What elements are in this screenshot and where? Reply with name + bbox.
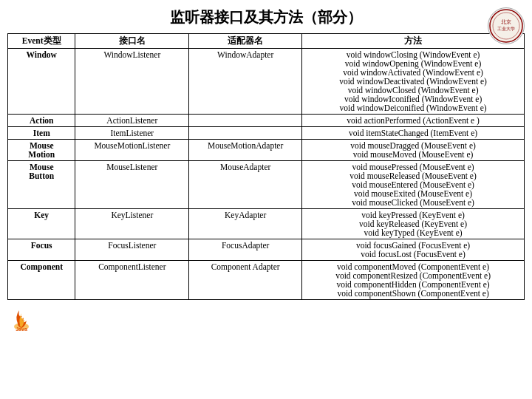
event-cell: MouseMotion — [8, 140, 75, 161]
table-row: ActionActionListenervoid actionPerformed… — [8, 115, 525, 127]
methods-cell: void componentMoved (ComponentEvent e)vo… — [302, 261, 525, 300]
java-flame-icon: Java — [7, 303, 35, 331]
event-cell: Action — [8, 115, 75, 127]
university-logo: 北京 工业大学 — [488, 7, 525, 44]
adapter-cell — [189, 127, 302, 140]
listener-cell: ItemListener — [75, 127, 189, 140]
methods-cell: void itemStateChanged (ItemEvent e) — [302, 127, 525, 140]
methods-cell: void keyPressed (KeyEvent e)void keyRele… — [302, 209, 525, 239]
methods-cell: void mouseDragged (MouseEvent e)void mou… — [302, 140, 525, 161]
java-logo-area: Java — [7, 303, 525, 331]
table-row: MouseButtonMouseListenerMouseAdaptervoid… — [8, 161, 525, 209]
event-cell: Item — [8, 127, 75, 140]
svg-text:Java: Java — [16, 327, 27, 331]
adapter-cell: KeyAdapter — [189, 209, 302, 239]
listener-cell: MouseListener — [75, 161, 189, 209]
event-cell: MouseButton — [8, 161, 75, 209]
listener-table: Event类型 接口名 适配器名 方法 WindowWindowListener… — [7, 33, 525, 300]
col-adapter: 适配器名 — [189, 34, 302, 49]
methods-cell: void mousePressed (MouseEvent e)void mou… — [302, 161, 525, 209]
svg-text:北京: 北京 — [501, 19, 511, 25]
svg-text:工业大学: 工业大学 — [497, 27, 515, 31]
adapter-cell: MouseAdapter — [189, 161, 302, 209]
adapter-cell: WindowAdapter — [189, 49, 302, 115]
listener-cell: ComponentListener — [75, 261, 189, 300]
methods-cell: void windowClosing (WindowEvent e)void w… — [302, 49, 525, 115]
event-cell: Focus — [8, 239, 75, 261]
table-row: KeyKeyListenerKeyAdaptervoid keyPressed … — [8, 209, 525, 239]
listener-cell: ActionListener — [75, 115, 189, 127]
adapter-cell: FocusAdapter — [189, 239, 302, 261]
col-event: Event类型 — [8, 34, 75, 49]
listener-cell: MouseMotionListener — [75, 140, 189, 161]
svg-point-0 — [490, 10, 522, 42]
page-title: 监听器接口及其方法（部分） — [7, 7, 525, 27]
event-cell: Key — [8, 209, 75, 239]
table-row: ItemItemListenervoid itemStateChanged (I… — [8, 127, 525, 140]
listener-cell: WindowListener — [75, 49, 189, 115]
logo-icon: 北京 工业大学 — [489, 9, 523, 43]
adapter-cell: Component Adapter — [189, 261, 302, 300]
methods-cell: void actionPerformed (ActionEvent e ) — [302, 115, 525, 127]
listener-cell: KeyListener — [75, 209, 189, 239]
adapter-cell — [189, 115, 302, 127]
event-cell: Window — [8, 49, 75, 115]
col-listener: 接口名 — [75, 34, 189, 49]
java-logo-icon: Java — [7, 303, 35, 331]
table-row: FocusFocusListenerFocusAdaptervoid focus… — [8, 239, 525, 261]
table-row: WindowWindowListenerWindowAdaptervoid wi… — [8, 49, 525, 115]
adapter-cell: MouseMotionAdapter — [189, 140, 302, 161]
methods-cell: void focusGained (FocusEvent e)void focu… — [302, 239, 525, 261]
event-cell: Component — [8, 261, 75, 300]
table-row: MouseMotionMouseMotionListenerMouseMotio… — [8, 140, 525, 161]
listener-cell: FocusListener — [75, 239, 189, 261]
table-row: ComponentComponentListenerComponent Adap… — [8, 261, 525, 300]
